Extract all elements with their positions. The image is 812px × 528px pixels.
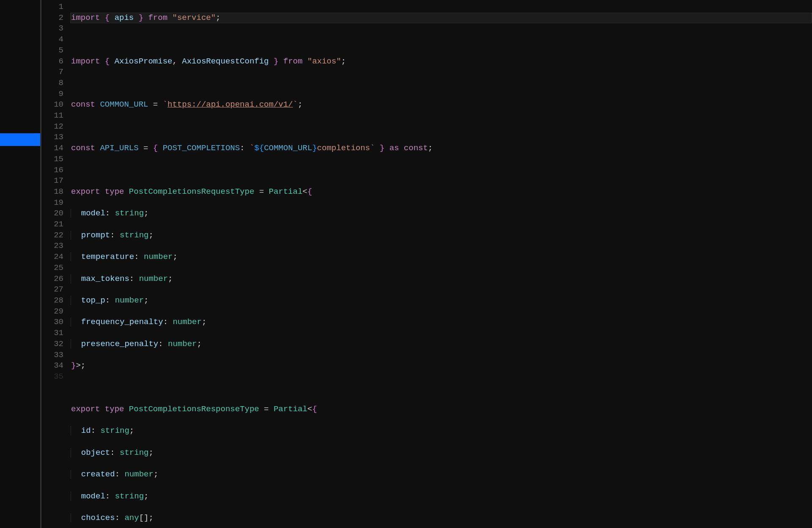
line-number: 20 (41, 208, 63, 219)
line-number: 13 (41, 132, 63, 143)
line-number: 3 (41, 23, 63, 34)
line-number: 14 (41, 143, 63, 154)
code-line[interactable]: model: string; (71, 208, 812, 219)
line-number: 22 (41, 230, 63, 241)
line-number: 6 (41, 56, 63, 67)
code-line[interactable]: created: number; (71, 469, 812, 480)
line-number: 34 (41, 360, 63, 371)
activity-bar[interactable] (0, 0, 40, 528)
line-number: 29 (41, 306, 63, 317)
code-area[interactable]: import { apis } from "service"; import {… (71, 0, 812, 528)
line-number: 23 (41, 241, 63, 252)
code-line[interactable]: }>; (71, 360, 812, 371)
line-number: 31 (41, 328, 63, 339)
code-line[interactable]: export type PostCompletionsResponseType … (71, 404, 812, 415)
line-number: 24 (41, 252, 63, 263)
code-line[interactable]: temperature: number; (71, 252, 812, 263)
line-number: 4 (41, 34, 63, 45)
line-number: 30 (41, 317, 63, 328)
activity-bar-active-marker (0, 133, 40, 146)
line-number: 35 (41, 371, 63, 382)
line-number: 9 (41, 89, 63, 100)
code-line[interactable]: object: string; (71, 448, 812, 459)
line-number: 28 (41, 295, 63, 306)
code-line[interactable]: choices: any[]; (71, 513, 812, 524)
line-number: 7 (41, 67, 63, 78)
code-line[interactable]: const API_URLS = { POST_COMPLETIONS: `${… (71, 143, 812, 154)
line-number: 18 (41, 187, 63, 198)
line-number: 26 (41, 274, 63, 285)
code-line[interactable]: prompt: string; (71, 230, 812, 241)
line-number: 8 (41, 78, 63, 89)
code-line[interactable]: const COMMON_URL = `https://api.openai.c… (71, 99, 812, 110)
line-number: 1 (41, 2, 63, 13)
app-root: 1234567891011121314151617181920212223242… (0, 0, 812, 528)
line-number: 2 (41, 13, 63, 24)
line-number: 21 (41, 219, 63, 230)
line-number: 10 (41, 99, 63, 110)
line-number: 15 (41, 154, 63, 165)
code-line[interactable]: model: string; (71, 491, 812, 502)
code-line[interactable] (71, 165, 812, 176)
line-number: 32 (41, 339, 63, 350)
code-line[interactable]: import { apis } from "service"; (70, 13, 812, 24)
code-line[interactable]: max_tokens: number; (71, 274, 812, 285)
line-number: 17 (41, 176, 63, 187)
line-number: 27 (41, 284, 63, 295)
code-line[interactable] (71, 78, 812, 89)
line-number-gutter: 1234567891011121314151617181920212223242… (41, 0, 71, 528)
line-number: 19 (41, 198, 63, 209)
code-line[interactable]: import { AxiosPromise, AxiosRequestConfi… (71, 56, 812, 67)
line-number: 33 (41, 350, 63, 361)
code-line[interactable] (71, 382, 812, 393)
line-number: 16 (41, 165, 63, 176)
code-line[interactable] (71, 121, 812, 132)
code-line[interactable] (71, 34, 812, 45)
line-number: 11 (41, 110, 63, 121)
code-line[interactable]: export type PostCompletionsRequestType =… (71, 187, 812, 198)
line-number: 25 (41, 263, 63, 274)
editor[interactable]: 1234567891011121314151617181920212223242… (40, 0, 812, 528)
code-line[interactable]: top_p: number; (71, 295, 812, 306)
line-number: 5 (41, 45, 63, 56)
code-line[interactable]: id: string; (71, 426, 812, 437)
code-line[interactable]: frequency_penalty: number; (71, 317, 812, 328)
line-number: 12 (41, 121, 63, 132)
code-line[interactable]: presence_penalty: number; (71, 339, 812, 350)
